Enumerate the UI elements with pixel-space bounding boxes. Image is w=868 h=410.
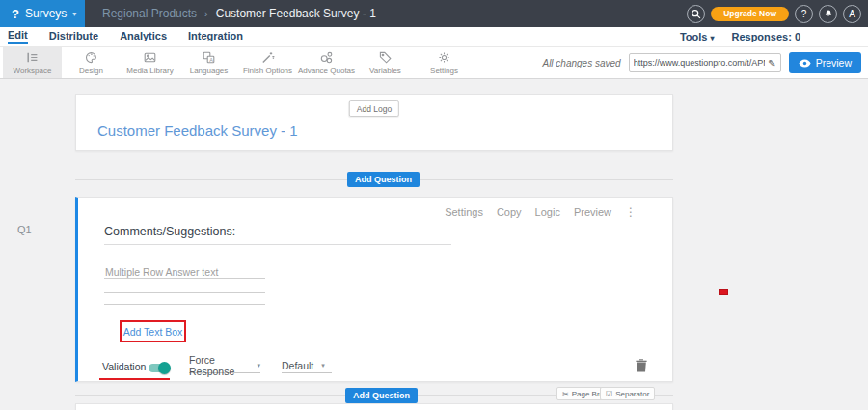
settings-gear-icon: [437, 50, 451, 65]
chevron-down-icon: ▾: [72, 10, 76, 18]
annotation-mark: [719, 289, 728, 295]
surveys-label: Surveys: [25, 7, 67, 20]
question-copy-link[interactable]: Copy: [497, 206, 522, 218]
answer-row-input[interactable]: [104, 291, 265, 305]
workspace-toolbar: Workspace Design Media Libr: [0, 46, 868, 79]
add-question-button-top[interactable]: Add Question: [347, 172, 420, 187]
breadcrumb-separator-icon: ›: [204, 8, 208, 19]
upgrade-now-button[interactable]: Upgrade Now: [711, 7, 789, 21]
menu-item-integration[interactable]: Integration: [188, 30, 243, 43]
add-logo-button[interactable]: Add Logo: [349, 100, 399, 117]
advance-quotas-icon: [319, 50, 334, 65]
responses-count[interactable]: Responses: 0: [731, 31, 800, 42]
checkbox-icon: ☑: [606, 390, 612, 398]
chevron-down-icon: ▾: [710, 34, 714, 42]
annotation-underline: [99, 378, 170, 380]
media-library-icon: [143, 50, 157, 65]
menu-item-edit[interactable]: Edit: [8, 29, 28, 44]
chevron-down-icon: ▾: [257, 362, 260, 369]
question-settings-link[interactable]: Settings: [445, 206, 483, 218]
default-dropdown[interactable]: Default ▾: [282, 359, 332, 373]
question-card: Settings Copy Logic Preview ⋮ Comments/S…: [75, 197, 673, 382]
breadcrumb: Regional Products › Customer Feedback Su…: [102, 0, 376, 27]
questionpro-logo-icon: ?: [12, 7, 19, 21]
tool-finish-options[interactable]: Finish Options: [238, 47, 297, 78]
menu-item-analytics[interactable]: Analytics: [120, 30, 167, 43]
tool-settings[interactable]: Settings: [415, 47, 474, 78]
question-number: Q1: [17, 224, 32, 235]
toggle-knob: [158, 362, 171, 374]
avatar[interactable]: A: [843, 5, 861, 23]
validation-label: Validation: [102, 361, 146, 372]
answer-row-input[interactable]: Multiple Row Answer text: [104, 265, 265, 279]
delete-question-icon[interactable]: [636, 359, 647, 376]
finish-options-wand-icon: [260, 50, 275, 65]
workspace-icon: [25, 50, 40, 65]
help-button[interactable]: ?: [795, 5, 813, 23]
validation-toggle[interactable]: [149, 364, 169, 372]
add-question-button-bottom[interactable]: Add Question: [345, 388, 418, 403]
tool-variables[interactable]: Variables: [356, 47, 415, 78]
question-preview-link[interactable]: Preview: [574, 206, 611, 218]
tool-languages[interactable]: A Languages: [179, 47, 238, 78]
search-button[interactable]: [687, 5, 705, 23]
menu-bar: Edit Distribute Analytics Integration To…: [0, 27, 868, 46]
eye-icon: [799, 59, 811, 68]
question-text[interactable]: Comments/Suggestions:: [104, 225, 235, 238]
survey-header-card: Add Logo Customer Feedback Survey - 1: [75, 94, 673, 151]
languages-icon: A: [202, 50, 216, 65]
tools-menu[interactable]: Tools ▾: [680, 31, 715, 42]
topbar-actions: Upgrade Now ? A: [687, 0, 861, 27]
search-icon: [691, 9, 701, 19]
annotation-box: Add Text Box: [120, 320, 186, 342]
more-options-icon[interactable]: ⋮: [625, 205, 637, 219]
question-actions: Settings Copy Logic Preview ⋮: [445, 205, 637, 219]
top-bar: ? Surveys ▾ Regional Products › Customer…: [0, 0, 868, 27]
question-logic-link[interactable]: Logic: [535, 206, 560, 218]
menu-item-distribute[interactable]: Distribute: [49, 30, 98, 43]
scissors-icon: ✂: [562, 390, 569, 398]
bell-icon: [824, 9, 833, 19]
design-palette-icon: [84, 50, 98, 65]
next-section-card: [75, 403, 673, 410]
add-text-box-link[interactable]: Add Text Box: [123, 326, 183, 338]
question-divider: [104, 244, 451, 245]
survey-url-input[interactable]: [634, 58, 766, 68]
breadcrumb-parent[interactable]: Regional Products: [102, 7, 197, 20]
edit-url-icon[interactable]: ✎: [768, 58, 775, 68]
tool-design[interactable]: Design: [62, 47, 121, 78]
tool-workspace[interactable]: Workspace: [3, 47, 62, 78]
variables-tag-icon: [378, 50, 393, 65]
svg-text:A: A: [209, 57, 213, 63]
force-response-dropdown[interactable]: Force Response ▾: [189, 359, 260, 373]
avatar-initial: A: [849, 9, 855, 19]
survey-url-field[interactable]: ✎: [629, 53, 781, 72]
save-status: All changes saved: [542, 58, 620, 68]
separator-button[interactable]: ☑ Separator: [600, 387, 655, 400]
chevron-down-icon: ▾: [321, 362, 325, 369]
preview-button[interactable]: Preview: [789, 52, 861, 73]
tool-advance-quotas[interactable]: Advance Quotas: [297, 47, 356, 78]
notifications-button[interactable]: [819, 5, 837, 23]
tool-media-library[interactable]: Media Library: [121, 47, 179, 78]
survey-title[interactable]: Customer Feedback Survey - 1: [97, 123, 298, 139]
question-mark-icon: ?: [801, 9, 807, 19]
breadcrumb-current: Customer Feedback Survey - 1: [216, 7, 376, 20]
app-window: ? Surveys ▾ Regional Products › Customer…: [0, 0, 868, 410]
surveys-menu[interactable]: ? Surveys ▾: [0, 0, 85, 27]
